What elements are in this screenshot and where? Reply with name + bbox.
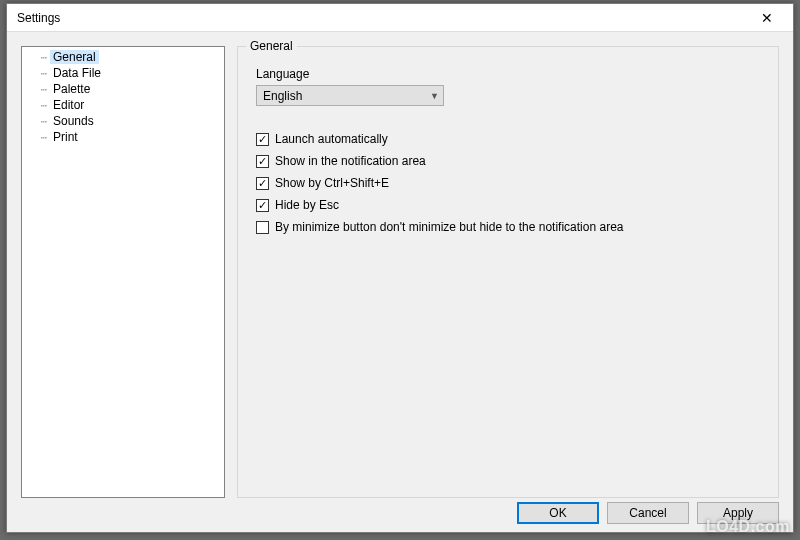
tree-item-label: Data File — [50, 66, 104, 80]
category-tree: ⋯General⋯Data File⋯Palette⋯Editor⋯Sounds… — [21, 46, 225, 498]
tree-item-editor[interactable]: ⋯Editor — [22, 97, 224, 113]
apply-button-label: Apply — [723, 506, 753, 520]
tree-connector-icon: ⋯ — [22, 99, 50, 112]
tree-connector-icon: ⋯ — [22, 51, 50, 64]
titlebar: Settings ✕ — [7, 4, 793, 32]
checkbox-label: By minimize button don't minimize but hi… — [275, 220, 623, 234]
checkbox[interactable] — [256, 133, 269, 146]
tree-item-data-file[interactable]: ⋯Data File — [22, 65, 224, 81]
settings-dialog: Settings ✕ ⋯General⋯Data File⋯Palette⋯Ed… — [6, 3, 794, 533]
checkbox-row: Show in the notification area — [256, 150, 760, 172]
checkbox-row: Hide by Esc — [256, 194, 760, 216]
tree-connector-icon: ⋯ — [22, 67, 50, 80]
tree-item-print[interactable]: ⋯Print — [22, 129, 224, 145]
tree-item-label: Palette — [50, 82, 93, 96]
tree-connector-icon: ⋯ — [22, 115, 50, 128]
checkbox-row: Launch automatically — [256, 128, 760, 150]
checkbox[interactable] — [256, 199, 269, 212]
checkbox-label: Show by Ctrl+Shift+E — [275, 176, 389, 190]
checkbox-row: Show by Ctrl+Shift+E — [256, 172, 760, 194]
apply-button[interactable]: Apply — [697, 502, 779, 524]
ok-button-label: OK — [549, 506, 566, 520]
window-title: Settings — [17, 11, 60, 25]
ok-button[interactable]: OK — [517, 502, 599, 524]
close-button[interactable]: ✕ — [747, 6, 787, 30]
language-dropdown-value: English — [263, 89, 302, 103]
language-dropdown[interactable]: English ▼ — [256, 85, 444, 106]
close-icon: ✕ — [761, 10, 773, 26]
general-groupbox: General Language English ▼ Launch automa… — [237, 46, 779, 498]
checkbox-row: By minimize button don't minimize but hi… — [256, 216, 760, 238]
tree-item-label: General — [50, 50, 99, 64]
groupbox-title: General — [246, 39, 297, 53]
checkbox-label: Launch automatically — [275, 132, 388, 146]
checkbox[interactable] — [256, 221, 269, 234]
tree-connector-icon: ⋯ — [22, 131, 50, 144]
chevron-down-icon: ▼ — [430, 91, 439, 101]
tree-item-general[interactable]: ⋯General — [22, 49, 224, 65]
dialog-buttons: OK Cancel Apply — [517, 502, 779, 524]
cancel-button-label: Cancel — [629, 506, 666, 520]
tree-item-label: Editor — [50, 98, 87, 112]
checkbox-label: Show in the notification area — [275, 154, 426, 168]
language-label: Language — [256, 67, 760, 81]
tree-item-palette[interactable]: ⋯Palette — [22, 81, 224, 97]
cancel-button[interactable]: Cancel — [607, 502, 689, 524]
checkbox-label: Hide by Esc — [275, 198, 339, 212]
tree-item-sounds[interactable]: ⋯Sounds — [22, 113, 224, 129]
client-area: ⋯General⋯Data File⋯Palette⋯Editor⋯Sounds… — [7, 32, 793, 532]
checkbox[interactable] — [256, 155, 269, 168]
checkbox[interactable] — [256, 177, 269, 190]
tree-item-label: Print — [50, 130, 81, 144]
tree-item-label: Sounds — [50, 114, 97, 128]
tree-connector-icon: ⋯ — [22, 83, 50, 96]
